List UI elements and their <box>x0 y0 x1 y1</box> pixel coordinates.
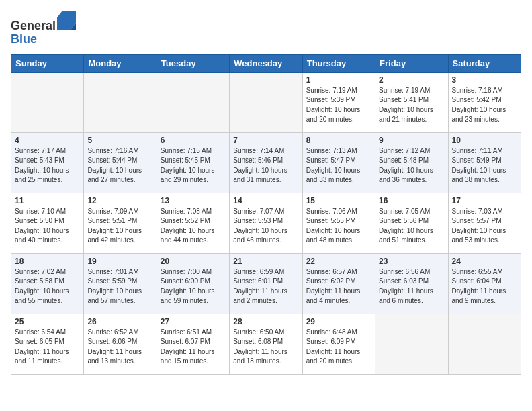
calendar-day-cell: 17Sunrise: 7:03 AM Sunset: 5:57 PM Dayli… <box>448 193 521 253</box>
day-number: 19 <box>87 257 152 266</box>
calendar-day-cell <box>375 314 448 374</box>
day-number: 17 <box>452 196 517 205</box>
day-number: 29 <box>306 317 371 326</box>
day-info: Sunrise: 7:17 AM Sunset: 5:43 PM Dayligh… <box>15 146 80 185</box>
weekday-header-row: SundayMondayTuesdayWednesdayThursdayFrid… <box>11 54 521 72</box>
day-number: 28 <box>233 317 298 326</box>
calendar-day-cell: 13Sunrise: 7:08 AM Sunset: 5:52 PM Dayli… <box>157 193 229 253</box>
weekday-header-friday: Friday <box>375 54 448 72</box>
page-header: General Blue <box>11 11 521 46</box>
day-number: 8 <box>306 136 371 145</box>
day-info: Sunrise: 6:59 AM Sunset: 6:01 PM Dayligh… <box>233 267 298 306</box>
calendar-day-cell <box>84 72 157 132</box>
calendar-day-cell: 22Sunrise: 6:57 AM Sunset: 6:02 PM Dayli… <box>302 253 375 314</box>
calendar-day-cell: 9Sunrise: 7:12 AM Sunset: 5:48 PM Daylig… <box>375 132 448 193</box>
day-number: 20 <box>161 257 226 266</box>
calendar-week-row: 4Sunrise: 7:17 AM Sunset: 5:43 PM Daylig… <box>11 132 521 193</box>
calendar-day-cell <box>157 72 229 132</box>
calendar-day-cell: 16Sunrise: 7:05 AM Sunset: 5:56 PM Dayli… <box>375 193 448 253</box>
calendar-day-cell: 5Sunrise: 7:16 AM Sunset: 5:44 PM Daylig… <box>84 132 157 193</box>
day-info: Sunrise: 6:52 AM Sunset: 6:06 PM Dayligh… <box>87 328 152 367</box>
day-number: 1 <box>306 75 371 85</box>
day-number: 4 <box>15 136 80 145</box>
calendar-day-cell: 6Sunrise: 7:15 AM Sunset: 5:45 PM Daylig… <box>157 132 229 193</box>
day-info: Sunrise: 7:15 AM Sunset: 5:45 PM Dayligh… <box>161 146 226 185</box>
calendar-day-cell: 24Sunrise: 6:55 AM Sunset: 6:04 PM Dayli… <box>448 253 521 314</box>
day-info: Sunrise: 7:08 AM Sunset: 5:52 PM Dayligh… <box>161 207 226 246</box>
calendar-day-cell: 8Sunrise: 7:13 AM Sunset: 5:47 PM Daylig… <box>302 132 375 193</box>
day-number: 15 <box>306 196 371 205</box>
calendar-day-cell: 25Sunrise: 6:54 AM Sunset: 6:05 PM Dayli… <box>11 314 84 374</box>
day-info: Sunrise: 6:50 AM Sunset: 6:08 PM Dayligh… <box>233 328 298 367</box>
calendar-day-cell: 19Sunrise: 7:01 AM Sunset: 5:59 PM Dayli… <box>84 253 157 314</box>
day-info: Sunrise: 6:57 AM Sunset: 6:02 PM Dayligh… <box>306 267 371 306</box>
calendar-day-cell <box>11 72 84 132</box>
day-number: 5 <box>87 136 152 145</box>
logo-general-text: General <box>11 19 56 32</box>
day-number: 13 <box>161 196 226 205</box>
weekday-header-sunday: Sunday <box>11 54 84 72</box>
calendar-week-row: 1Sunrise: 7:19 AM Sunset: 5:39 PM Daylig… <box>11 72 521 132</box>
day-info: Sunrise: 7:00 AM Sunset: 6:00 PM Dayligh… <box>161 267 226 306</box>
day-number: 16 <box>379 196 444 205</box>
day-info: Sunrise: 6:54 AM Sunset: 6:05 PM Dayligh… <box>15 328 80 367</box>
weekday-header-wednesday: Wednesday <box>230 54 302 72</box>
day-info: Sunrise: 6:51 AM Sunset: 6:07 PM Dayligh… <box>161 328 226 367</box>
logo-blue-text: Blue <box>11 32 37 46</box>
calendar-day-cell: 26Sunrise: 6:52 AM Sunset: 6:06 PM Dayli… <box>84 314 157 374</box>
day-info: Sunrise: 7:10 AM Sunset: 5:50 PM Dayligh… <box>15 207 80 246</box>
calendar-day-cell: 18Sunrise: 7:02 AM Sunset: 5:58 PM Dayli… <box>11 253 84 314</box>
weekday-header-saturday: Saturday <box>448 54 521 72</box>
calendar-table: SundayMondayTuesdayWednesdayThursdayFrid… <box>11 54 521 375</box>
day-info: Sunrise: 7:19 AM Sunset: 5:39 PM Dayligh… <box>306 86 371 125</box>
day-info: Sunrise: 6:55 AM Sunset: 6:04 PM Dayligh… <box>452 267 517 306</box>
day-number: 3 <box>452 75 517 85</box>
calendar-day-cell: 29Sunrise: 6:48 AM Sunset: 6:09 PM Dayli… <box>302 314 375 374</box>
day-info: Sunrise: 7:07 AM Sunset: 5:53 PM Dayligh… <box>233 207 298 246</box>
day-info: Sunrise: 7:09 AM Sunset: 5:51 PM Dayligh… <box>87 207 152 246</box>
day-info: Sunrise: 7:03 AM Sunset: 5:57 PM Dayligh… <box>452 207 517 246</box>
day-number: 7 <box>233 136 298 145</box>
calendar-day-cell: 10Sunrise: 7:11 AM Sunset: 5:49 PM Dayli… <box>448 132 521 193</box>
day-info: Sunrise: 7:12 AM Sunset: 5:48 PM Dayligh… <box>379 146 444 185</box>
calendar-day-cell: 1Sunrise: 7:19 AM Sunset: 5:39 PM Daylig… <box>302 72 375 132</box>
day-info: Sunrise: 6:48 AM Sunset: 6:09 PM Dayligh… <box>306 328 371 367</box>
day-info: Sunrise: 7:05 AM Sunset: 5:56 PM Dayligh… <box>379 207 444 246</box>
calendar-day-cell: 20Sunrise: 7:00 AM Sunset: 6:00 PM Dayli… <box>157 253 229 314</box>
calendar-day-cell: 3Sunrise: 7:18 AM Sunset: 5:42 PM Daylig… <box>448 72 521 132</box>
day-number: 26 <box>87 317 152 326</box>
day-number: 27 <box>161 317 226 326</box>
day-info: Sunrise: 6:56 AM Sunset: 6:03 PM Dayligh… <box>379 267 444 306</box>
day-number: 22 <box>306 257 371 266</box>
day-number: 11 <box>15 196 80 205</box>
calendar-day-cell: 11Sunrise: 7:10 AM Sunset: 5:50 PM Dayli… <box>11 193 84 253</box>
calendar-week-row: 25Sunrise: 6:54 AM Sunset: 6:05 PM Dayli… <box>11 314 521 374</box>
logo-icon <box>57 11 76 30</box>
calendar-day-cell: 14Sunrise: 7:07 AM Sunset: 5:53 PM Dayli… <box>230 193 302 253</box>
day-info: Sunrise: 7:01 AM Sunset: 5:59 PM Dayligh… <box>87 267 152 306</box>
calendar-day-cell: 27Sunrise: 6:51 AM Sunset: 6:07 PM Dayli… <box>157 314 229 374</box>
day-info: Sunrise: 7:19 AM Sunset: 5:41 PM Dayligh… <box>379 86 444 125</box>
day-number: 23 <box>379 257 444 266</box>
calendar-day-cell: 12Sunrise: 7:09 AM Sunset: 5:51 PM Dayli… <box>84 193 157 253</box>
day-info: Sunrise: 7:13 AM Sunset: 5:47 PM Dayligh… <box>306 146 371 185</box>
calendar-day-cell: 21Sunrise: 6:59 AM Sunset: 6:01 PM Dayli… <box>230 253 302 314</box>
day-number: 10 <box>452 136 517 145</box>
calendar-day-cell: 7Sunrise: 7:14 AM Sunset: 5:46 PM Daylig… <box>230 132 302 193</box>
day-info: Sunrise: 7:06 AM Sunset: 5:55 PM Dayligh… <box>306 207 371 246</box>
day-info: Sunrise: 7:11 AM Sunset: 5:49 PM Dayligh… <box>452 146 517 185</box>
calendar-week-row: 18Sunrise: 7:02 AM Sunset: 5:58 PM Dayli… <box>11 253 521 314</box>
day-number: 12 <box>87 196 152 205</box>
calendar-day-cell: 23Sunrise: 6:56 AM Sunset: 6:03 PM Dayli… <box>375 253 448 314</box>
day-number: 9 <box>379 136 444 145</box>
day-number: 14 <box>233 196 298 205</box>
day-info: Sunrise: 7:18 AM Sunset: 5:42 PM Dayligh… <box>452 86 517 125</box>
day-info: Sunrise: 7:16 AM Sunset: 5:44 PM Dayligh… <box>87 146 152 185</box>
day-number: 6 <box>161 136 226 145</box>
day-number: 21 <box>233 257 298 266</box>
weekday-header-thursday: Thursday <box>302 54 375 72</box>
calendar-day-cell: 4Sunrise: 7:17 AM Sunset: 5:43 PM Daylig… <box>11 132 84 193</box>
calendar-day-cell: 15Sunrise: 7:06 AM Sunset: 5:55 PM Dayli… <box>302 193 375 253</box>
calendar-day-cell: 2Sunrise: 7:19 AM Sunset: 5:41 PM Daylig… <box>375 72 448 132</box>
calendar-day-cell <box>230 72 302 132</box>
